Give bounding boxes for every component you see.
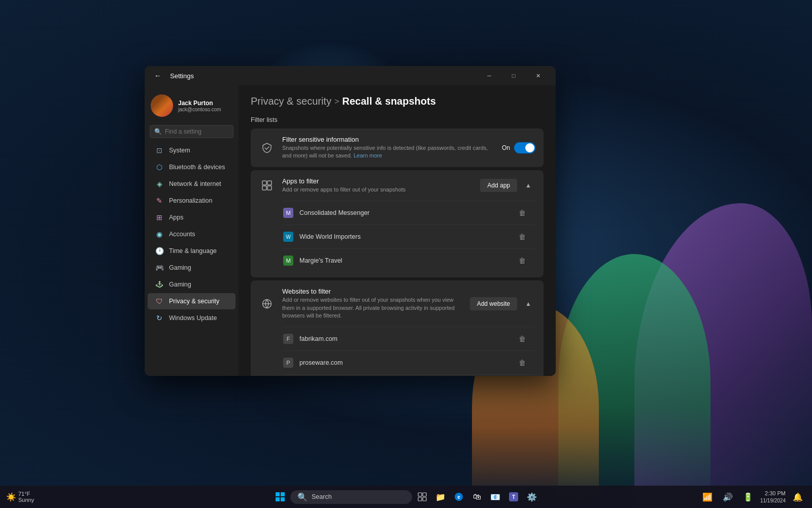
main-content: Privacy & security > Recall & snapshots … (239, 85, 556, 376)
filter-sensitive-icon (259, 140, 275, 156)
sidebar-item-gaming2[interactable]: 🕹 Gaming (148, 276, 235, 293)
svg-text:M: M (286, 210, 290, 216)
add-app-button[interactable]: Add app (480, 179, 517, 192)
notification-button[interactable]: 🔔 (790, 489, 806, 505)
gaming-icon: 🎮 (155, 263, 164, 272)
clock-date: 11/19/2024 (760, 497, 786, 504)
wide-world-icon: W (282, 231, 294, 243)
websites-to-filter-header: Websites to filter Add or remove website… (251, 280, 544, 327)
delete-fabrikam-button[interactable]: 🗑 (515, 332, 529, 346)
filter-sensitive-toggle[interactable] (514, 142, 535, 153)
margies-travel-label: Margie's Travel (299, 257, 510, 264)
sidebar-label-personalization: Personalization (169, 197, 212, 204)
sidebar-label-time: Time & language (169, 247, 217, 255)
settings-icon[interactable]: ⚙️ (524, 489, 540, 505)
minimize-button[interactable]: ─ (478, 68, 501, 83)
weather-icon: ☀️ (6, 492, 16, 502)
add-website-button[interactable]: Add website (470, 297, 517, 310)
taskbar-search-icon: 🔍 (297, 492, 308, 502)
breadcrumb-parent[interactable]: Privacy & security (251, 96, 331, 107)
breadcrumb-separator: > (334, 97, 339, 106)
svg-rect-0 (262, 181, 266, 185)
bluetooth-icon: ⬡ (155, 163, 164, 172)
file-explorer-icon[interactable]: 📁 (432, 489, 449, 505)
sidebar-item-bluetooth[interactable]: ⬡ Bluetooth & devices (148, 159, 235, 175)
apps-list: M Consolidated Messenger 🗑 W Wide World … (251, 201, 544, 277)
network-icon: ◈ (155, 179, 164, 188)
weather-temp: 71°F (18, 491, 34, 497)
clock-time: 2:30 PM (760, 490, 786, 497)
avatar (151, 94, 173, 117)
battery-icon[interactable]: 🔋 (740, 489, 756, 505)
weather-widget[interactable]: ☀️ 71°F Sunny (6, 491, 34, 503)
start-button[interactable] (272, 489, 288, 505)
sidebar-item-gaming[interactable]: 🎮 Gaming (148, 260, 235, 276)
task-view-button[interactable] (414, 489, 430, 505)
window-body: Jack Purton jack@contoso.com 🔍 ⊡ System … (145, 85, 556, 376)
sidebar-label-accounts: Accounts (169, 231, 195, 238)
apps-to-filter-text: Apps to filter Add or remove apps to fil… (282, 177, 473, 194)
sidebar-label-network: Network & internet (169, 180, 221, 187)
sidebar-item-personalization[interactable]: ✎ Personalization (148, 193, 235, 209)
apps-to-filter-icon (259, 177, 275, 194)
privacy-icon: 🛡 (155, 297, 164, 306)
apps-to-filter-expand[interactable]: ▲ (521, 178, 535, 193)
sidebar-item-system[interactable]: ⊡ System (148, 142, 235, 158)
weather-text: 71°F Sunny (18, 491, 34, 503)
sidebar-search-box[interactable]: 🔍 (150, 125, 233, 138)
fabrikam-icon: F (282, 333, 294, 345)
taskbar-search[interactable]: 🔍 Search (290, 490, 412, 504)
filter-sensitive-learn-more[interactable]: Learn more (354, 152, 382, 158)
window-title: Settings (170, 72, 194, 80)
breadcrumb: Privacy & security > Recall & snapshots (251, 96, 544, 107)
sidebar-item-privacy[interactable]: 🛡 Privacy & security (148, 293, 235, 309)
list-item: F fabrikam.com 🗑 (282, 327, 535, 351)
websites-to-filter-action: Add website ▲ (470, 297, 535, 311)
store-icon[interactable]: 🛍 (469, 489, 485, 505)
websites-to-filter-expand[interactable]: ▲ (521, 297, 535, 311)
svg-rect-20 (281, 492, 285, 496)
websites-to-filter-card: Websites to filter Add or remove website… (251, 280, 544, 376)
list-item: P proseware.com 🗑 (282, 351, 535, 374)
filter-sensitive-desc: Snapshots where potentially sensitive in… (282, 144, 495, 160)
edge-icon[interactable]: e (451, 489, 467, 505)
sidebar-label-update: Windows Update (169, 314, 217, 322)
websites-to-filter-text: Websites to filter Add or remove website… (282, 288, 463, 320)
back-button[interactable]: ← (151, 69, 165, 83)
list-item: M Consolidated Messenger 🗑 (282, 201, 535, 225)
list-item: T treyresearch.net 🗑 (282, 374, 535, 376)
sidebar-item-accounts[interactable]: ◉ Accounts (148, 226, 235, 242)
teams-icon[interactable]: T (505, 489, 522, 505)
svg-rect-19 (276, 492, 280, 496)
fabrikam-label: fabrikam.com (299, 335, 510, 342)
close-button[interactable]: ✕ (526, 68, 550, 83)
delete-wide-world-button[interactable]: 🗑 (515, 230, 529, 244)
delete-margies-travel-button[interactable]: 🗑 (515, 253, 529, 268)
svg-text:F: F (287, 336, 290, 342)
sidebar-item-apps[interactable]: ⊞ Apps (148, 209, 235, 226)
sidebar-search-input[interactable] (165, 128, 239, 135)
maximize-button[interactable]: □ (502, 68, 525, 83)
consolidated-messenger-icon: M (282, 207, 294, 219)
gaming2-icon: 🕹 (155, 280, 164, 289)
svg-text:T: T (512, 494, 515, 500)
volume-icon[interactable]: 🔊 (720, 489, 736, 505)
delete-proseware-button[interactable]: 🗑 (515, 356, 529, 370)
user-email: jack@contoso.com (178, 107, 232, 112)
sidebar-item-time[interactable]: 🕐 Time & language (148, 243, 235, 259)
mail-icon[interactable]: 📧 (487, 489, 503, 505)
sidebar-label-gaming: Gaming (169, 264, 191, 271)
network-tray-icon[interactable]: 📶 (699, 489, 716, 505)
sidebar-label-bluetooth: Bluetooth & devices (169, 164, 225, 171)
sidebar-item-network[interactable]: ◈ Network & internet (148, 176, 235, 192)
filter-sensitive-text: Filter sensitive information Snapshots w… (282, 136, 495, 160)
delete-consolidated-messenger-button[interactable]: 🗑 (515, 206, 529, 220)
user-section: Jack Purton jack@contoso.com (145, 89, 239, 125)
sidebar-item-update[interactable]: ↻ Windows Update (148, 310, 235, 326)
sidebar-label-system: System (169, 147, 190, 154)
breadcrumb-current: Recall & snapshots (342, 96, 436, 107)
apps-to-filter-title: Apps to filter (282, 177, 473, 185)
svg-rect-23 (418, 493, 422, 496)
apps-to-filter-action: Add app ▲ (480, 178, 535, 193)
system-tray[interactable]: 2:30 PM 11/19/2024 (760, 490, 786, 503)
